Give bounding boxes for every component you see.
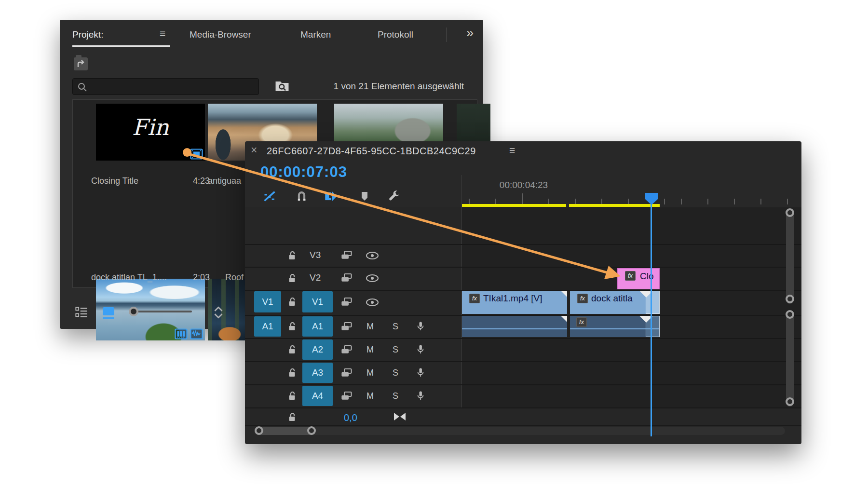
tikal-audio-clip[interactable] (462, 316, 567, 337)
sync-lock-icon[interactable] (340, 249, 353, 262)
dock-video-clip-tail[interactable] (646, 291, 660, 314)
lock-icon[interactable] (287, 296, 298, 308)
tab-protokoll[interactable]: Protokoll (378, 29, 413, 40)
thumbnail-zoom-slider-track[interactable] (134, 311, 192, 312)
fx-badge[interactable]: fx (625, 271, 636, 281)
tab-projekt[interactable]: Projekt: (72, 29, 103, 40)
film-icon[interactable] (190, 149, 203, 160)
fit-sequence-icon[interactable] (400, 413, 406, 420)
sync-lock-icon[interactable] (340, 390, 353, 403)
fx-badge[interactable]: fx (576, 317, 587, 327)
master-gain-value[interactable]: 0,0 (344, 412, 357, 423)
toggle-track-visibility-eye-icon[interactable] (366, 298, 379, 307)
tab-media-browser-label: Media-Browser (190, 29, 251, 40)
track-target-a3[interactable]: A3 (302, 363, 333, 383)
video-scrollbar-handle-top[interactable] (786, 208, 794, 217)
fx-label: fx (580, 295, 585, 302)
target-v1-label: V1 (312, 297, 323, 307)
lock-icon[interactable] (287, 321, 298, 332)
mute-button[interactable]: M (366, 391, 374, 401)
audio-waveform-icon[interactable] (190, 328, 203, 339)
fx-badge[interactable]: fx (577, 294, 588, 303)
voiceover-mic-icon[interactable] (415, 320, 426, 333)
track-v3-label[interactable]: V3 (310, 250, 321, 260)
list-view-icon[interactable] (75, 306, 88, 319)
panel-menu-icon[interactable]: ≡ (160, 28, 165, 40)
lock-icon[interactable] (287, 367, 298, 379)
dock-atitlan-video-clip[interactable]: fx dock atitla (570, 291, 646, 314)
closing-title-thumbnail[interactable]: Fin (96, 104, 205, 161)
horizontal-scrollbar-track[interactable] (255, 427, 785, 435)
audio-tracks-scrollbar[interactable] (786, 310, 794, 407)
fx-label: fx (628, 272, 633, 279)
track-v2-label[interactable]: V2 (310, 272, 321, 283)
closing-title-clip[interactable]: fx Clo (617, 268, 660, 289)
solo-button[interactable]: S (393, 345, 398, 355)
sync-lock-icon[interactable] (340, 321, 353, 333)
icon-view-button[interactable] (103, 307, 114, 315)
film-icon[interactable] (175, 328, 188, 339)
panel-overflow-button[interactable]: » (466, 26, 474, 41)
tab-marken[interactable]: Marken (300, 29, 331, 40)
playhead-timecode[interactable]: 00:00:07:03 (260, 163, 347, 181)
snap-magnet-icon[interactable] (295, 190, 308, 203)
thumbnail-zoom-slider-knob[interactable] (129, 307, 138, 316)
scrollbar-zoom-handle-left[interactable] (255, 426, 263, 435)
source-patch-a1[interactable]: A1 (254, 316, 281, 337)
fx-badge[interactable]: fx (469, 294, 480, 303)
search-in-project-button[interactable] (274, 78, 290, 95)
sync-lock-icon[interactable] (340, 344, 353, 356)
video-tracks-scrollbar[interactable] (786, 208, 794, 304)
sync-lock-icon[interactable] (340, 367, 353, 380)
voiceover-mic-icon[interactable] (415, 343, 426, 356)
track-target-v1[interactable]: V1 (302, 291, 333, 312)
lock-icon[interactable] (287, 411, 298, 423)
insert-overwrite-icon[interactable] (324, 190, 339, 203)
track-target-a4[interactable]: A4 (302, 386, 333, 406)
source-patch-v1[interactable]: V1 (254, 291, 281, 312)
sort-diamond-icon[interactable] (212, 306, 225, 319)
sync-lock-icon[interactable] (340, 272, 353, 285)
sync-lock-icon[interactable] (340, 296, 353, 309)
search-input[interactable] (90, 81, 254, 93)
voiceover-mic-icon[interactable] (415, 389, 426, 403)
solo-button[interactable]: S (393, 322, 398, 332)
horizontal-scrollbar-thumb[interactable] (255, 427, 316, 435)
lock-icon[interactable] (287, 272, 298, 284)
fit-sequence-icon[interactable] (394, 413, 399, 420)
audio-scrollbar-handle-top[interactable] (786, 310, 794, 319)
lock-icon[interactable] (287, 390, 298, 402)
tab-media-browser[interactable]: Media-Browser (190, 29, 251, 40)
dock-atitlan-audio-clip[interactable]: fx (570, 316, 646, 337)
track-target-a2[interactable]: A2 (302, 339, 333, 360)
panel-menu-icon[interactable]: ≡ (509, 145, 515, 156)
lock-icon[interactable] (287, 344, 298, 355)
search-box[interactable] (72, 78, 259, 95)
folder-up-button[interactable] (74, 57, 88, 70)
solo-button[interactable]: S (393, 368, 398, 378)
playhead-line[interactable] (651, 204, 652, 436)
mute-button[interactable]: M (366, 322, 374, 332)
track-target-a1[interactable]: A1 (302, 316, 333, 337)
toggle-track-visibility-eye-icon[interactable] (366, 251, 379, 260)
lock-icon[interactable] (287, 250, 298, 261)
dock-atitlan-name: dock atitlan TL_1.... (91, 272, 167, 282)
timeline-panel: × 26FC6607-27D8-4F65-95CC-1BDCB24C9C29 ≡… (245, 141, 801, 444)
mute-button[interactable]: M (366, 345, 374, 355)
mute-button[interactable]: M (366, 368, 374, 378)
track-v3: V3 (245, 245, 801, 267)
close-panel-button[interactable]: × (251, 144, 257, 157)
dock-audio-clip-tail[interactable] (646, 316, 660, 337)
marker-icon[interactable] (359, 190, 370, 203)
timeline-settings-wrench-icon[interactable] (387, 190, 401, 203)
scrollbar-zoom-handle-right[interactable] (307, 426, 316, 435)
video-scrollbar-handle-bottom[interactable] (786, 295, 794, 303)
audio-scrollbar-handle-bottom[interactable] (786, 397, 794, 406)
voiceover-mic-icon[interactable] (415, 366, 426, 380)
toggle-track-visibility-eye-icon[interactable] (366, 273, 379, 283)
playhead-handle[interactable] (645, 193, 658, 205)
tikal-video-clip[interactable]: fx TIkal1.mp4 [V] (462, 291, 567, 314)
linked-selection-icon[interactable] (263, 190, 276, 203)
source-a1-label: A1 (262, 321, 273, 331)
solo-button[interactable]: S (393, 391, 398, 401)
